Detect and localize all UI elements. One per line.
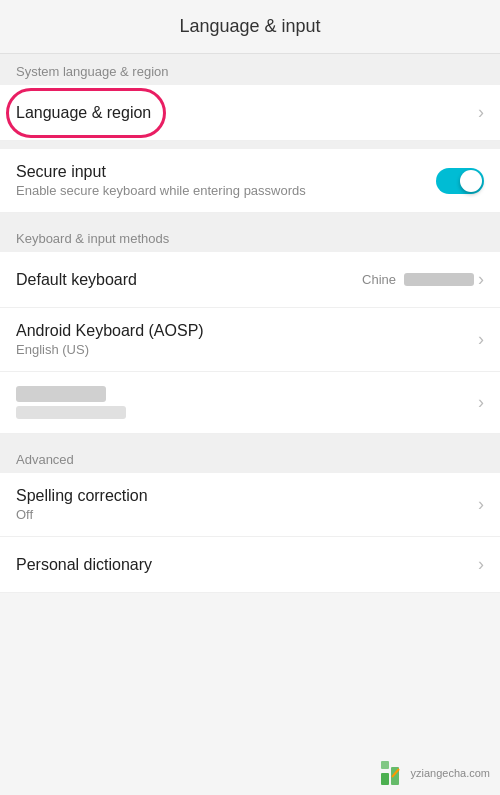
language-region-item[interactable]: Language & region › [0, 85, 500, 141]
android-keyboard-content: Android Keyboard (AOSP) English (US) [16, 322, 478, 357]
personal-dictionary-title: Personal dictionary [16, 556, 478, 574]
spelling-correction-title: Spelling correction [16, 487, 478, 505]
divider-1 [0, 141, 500, 149]
section-advanced: Advanced [0, 442, 500, 473]
watermark: yziangecha.com [379, 759, 491, 787]
android-keyboard-chevron: › [478, 329, 484, 350]
section-system-language: System language & region [0, 54, 500, 85]
blurred-title [16, 386, 106, 402]
page-title: Language & input [179, 16, 320, 36]
secure-input-content: Secure input Enable secure keyboard whil… [16, 163, 436, 198]
default-keyboard-value: Chine › [362, 269, 484, 290]
secure-input-title: Secure input [16, 163, 436, 181]
android-keyboard-item[interactable]: Android Keyboard (AOSP) English (US) › [0, 308, 500, 372]
divider-2 [0, 213, 500, 221]
language-region-title: Language & region [16, 104, 478, 122]
personal-dictionary-content: Personal dictionary [16, 556, 478, 574]
secure-input-subtitle: Enable secure keyboard while entering pa… [16, 183, 436, 198]
default-keyboard-item[interactable]: Default keyboard Chine › [0, 252, 500, 308]
language-region-content: Language & region [16, 104, 478, 122]
spelling-correction-chevron: › [478, 494, 484, 515]
android-keyboard-subtitle: English (US) [16, 342, 478, 357]
svg-rect-2 [381, 761, 389, 769]
divider-3 [0, 434, 500, 442]
header: Language & input [0, 0, 500, 54]
svg-rect-0 [381, 773, 389, 785]
blurred-keyboard-content [16, 386, 478, 419]
android-keyboard-title: Android Keyboard (AOSP) [16, 322, 478, 340]
watermark-text: yziangecha.com [411, 767, 491, 779]
secure-input-toggle-container[interactable] [436, 168, 484, 194]
default-keyboard-current: Chine [362, 272, 396, 287]
default-keyboard-title: Default keyboard [16, 271, 137, 289]
spelling-correction-item[interactable]: Spelling correction Off › [0, 473, 500, 537]
spelling-correction-content: Spelling correction Off [16, 487, 478, 522]
personal-dictionary-chevron: › [478, 554, 484, 575]
blurred-keyboard-chevron: › [478, 392, 484, 413]
blurred-keyboard-item[interactable]: › [0, 372, 500, 434]
spelling-correction-value: Off [16, 507, 478, 522]
secure-input-toggle[interactable] [436, 168, 484, 194]
watermark-logo [379, 759, 407, 787]
section-keyboard-methods: Keyboard & input methods [0, 221, 500, 252]
default-keyboard-left: Default keyboard [16, 271, 137, 289]
language-region-chevron: › [478, 102, 484, 123]
toggle-thumb [460, 170, 482, 192]
default-keyboard-blurred [404, 273, 474, 286]
secure-input-item[interactable]: Secure input Enable secure keyboard whil… [0, 149, 500, 213]
personal-dictionary-item[interactable]: Personal dictionary › [0, 537, 500, 593]
blurred-subtitle [16, 406, 126, 419]
default-keyboard-chevron: › [478, 269, 484, 290]
